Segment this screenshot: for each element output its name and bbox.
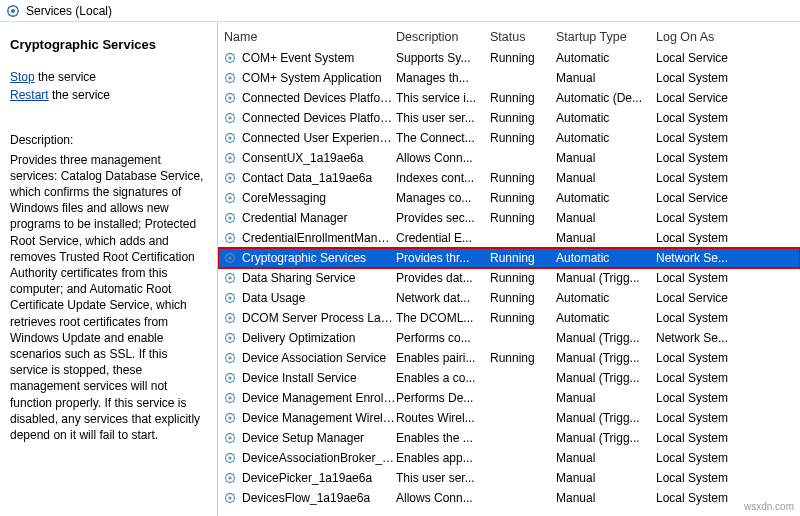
svg-point-29 [228, 316, 231, 319]
service-startup: Manual [556, 471, 656, 485]
service-row[interactable]: CoreMessagingManages co...RunningAutomat… [218, 188, 800, 208]
service-row[interactable]: ConsentUX_1a19ae6aAllows Conn...ManualLo… [218, 148, 800, 168]
service-name: Connected User Experiences ... [242, 131, 396, 145]
service-status: Running [490, 211, 556, 225]
header-title: Services (Local) [26, 4, 112, 18]
service-row[interactable]: Device Setup ManagerEnables the ...Manua… [218, 428, 800, 448]
service-row[interactable]: Device Management Wireles...Routes Wirel… [218, 408, 800, 428]
svg-point-45 [228, 476, 231, 479]
gear-icon [222, 350, 238, 366]
service-status: Running [490, 191, 556, 205]
service-name: DCOM Server Process Launc... [242, 311, 396, 325]
stop-link[interactable]: Stop [10, 70, 35, 84]
gear-icon [222, 310, 238, 326]
service-description: Routes Wirel... [396, 411, 490, 425]
service-row[interactable]: Device Management Enroll...Performs De..… [218, 388, 800, 408]
service-startup: Manual (Trigg... [556, 431, 656, 445]
service-name: COM+ System Application [242, 71, 396, 85]
service-row[interactable]: CredentialEnrollmentManag...Credential E… [218, 228, 800, 248]
service-row[interactable]: Data Sharing ServiceProvides dat...Runni… [218, 268, 800, 288]
gear-icon [222, 190, 238, 206]
service-logon: Local System [656, 411, 796, 425]
restart-link[interactable]: Restart [10, 88, 49, 102]
service-row[interactable]: Data UsageNetwork dat...RunningAutomatic… [218, 288, 800, 308]
service-name: Device Install Service [242, 371, 396, 385]
service-name: ConsentUX_1a19ae6a [242, 151, 396, 165]
header-bar: Services (Local) [0, 0, 800, 22]
col-header-name[interactable]: Name [224, 30, 396, 44]
service-logon: Local System [656, 471, 796, 485]
service-logon: Local Service [656, 191, 796, 205]
service-row[interactable]: Contact Data_1a19ae6aIndexes cont...Runn… [218, 168, 800, 188]
col-header-description[interactable]: Description [396, 30, 490, 44]
service-row[interactable]: COM+ Event SystemSupports Sy...RunningAu… [218, 48, 800, 68]
service-row[interactable]: Credential ManagerProvides sec...Running… [218, 208, 800, 228]
gear-icon [222, 470, 238, 486]
service-logon: Local System [656, 431, 796, 445]
service-row[interactable]: DeviceAssociationBroker_1a...Enables app… [218, 448, 800, 468]
service-startup: Manual [556, 171, 656, 185]
service-logon: Local System [656, 451, 796, 465]
service-name: DeviceAssociationBroker_1a... [242, 451, 396, 465]
service-status: Running [490, 51, 556, 65]
service-name: CoreMessaging [242, 191, 396, 205]
service-status: Running [490, 171, 556, 185]
service-logon: Local System [656, 391, 796, 405]
col-header-logon[interactable]: Log On As [656, 30, 796, 44]
service-startup: Automatic [556, 291, 656, 305]
service-name: DevicesFlow_1a19ae6a [242, 491, 396, 505]
service-startup: Automatic [556, 251, 656, 265]
gear-icon [222, 70, 238, 86]
gear-icon [222, 50, 238, 66]
gear-icon [222, 290, 238, 306]
svg-point-27 [228, 296, 231, 299]
svg-point-35 [228, 376, 231, 379]
service-startup: Manual [556, 151, 656, 165]
service-description: Provides sec... [396, 211, 490, 225]
service-startup: Manual [556, 71, 656, 85]
service-logon: Network Se... [656, 331, 796, 345]
service-row[interactable]: Device Association ServiceEnables pairi.… [218, 348, 800, 368]
service-row[interactable]: DevicesFlow_1a19ae6aAllows Conn...Manual… [218, 488, 800, 508]
service-name: COM+ Event System [242, 51, 396, 65]
service-row[interactable]: Connected User Experiences ...The Connec… [218, 128, 800, 148]
col-header-startup[interactable]: Startup Type [556, 30, 656, 44]
service-description: Enables app... [396, 451, 490, 465]
svg-point-47 [228, 496, 231, 499]
gear-icon [222, 370, 238, 386]
service-description: Indexes cont... [396, 171, 490, 185]
services-list[interactable]: COM+ Event SystemSupports Sy...RunningAu… [218, 48, 800, 516]
service-status: Running [490, 311, 556, 325]
service-row[interactable]: Connected Devices Platform ...This servi… [218, 88, 800, 108]
service-row[interactable]: Cryptographic ServicesProvides thr...Run… [218, 248, 800, 268]
gear-icon [222, 330, 238, 346]
service-logon: Network Se... [656, 251, 796, 265]
service-row[interactable]: Device Install ServiceEnables a co...Man… [218, 368, 800, 388]
service-logon: Local System [656, 271, 796, 285]
svg-point-15 [228, 176, 231, 179]
service-row[interactable]: DCOM Server Process Launc...The DCOML...… [218, 308, 800, 328]
service-startup: Manual (Trigg... [556, 271, 656, 285]
col-header-status[interactable]: Status [490, 30, 556, 44]
service-description: Provides thr... [396, 251, 490, 265]
service-description: Manages th... [396, 71, 490, 85]
service-row[interactable]: COM+ System ApplicationManages th...Manu… [218, 68, 800, 88]
service-logon: Local System [656, 171, 796, 185]
service-name: DevicePicker_1a19ae6a [242, 471, 396, 485]
service-description: Allows Conn... [396, 151, 490, 165]
svg-point-23 [228, 256, 231, 259]
gear-icon [222, 430, 238, 446]
service-name: CredentialEnrollmentManag... [242, 231, 396, 245]
svg-point-21 [228, 236, 231, 239]
service-description: Enables a co... [396, 371, 490, 385]
service-startup: Automatic (De... [556, 91, 656, 105]
column-headers[interactable]: Name Description Status Startup Type Log… [218, 22, 800, 48]
service-row[interactable]: Connected Devices Platform ...This user … [218, 108, 800, 128]
svg-point-1 [11, 8, 15, 12]
service-logon: Local Service [656, 291, 796, 305]
description-text: Provides three management services: Cata… [10, 152, 207, 443]
service-logon: Local System [656, 131, 796, 145]
service-row[interactable]: DevicePicker_1a19ae6aThis user ser...Man… [218, 468, 800, 488]
service-row[interactable]: Delivery OptimizationPerforms co...Manua… [218, 328, 800, 348]
service-name: Device Setup Manager [242, 431, 396, 445]
